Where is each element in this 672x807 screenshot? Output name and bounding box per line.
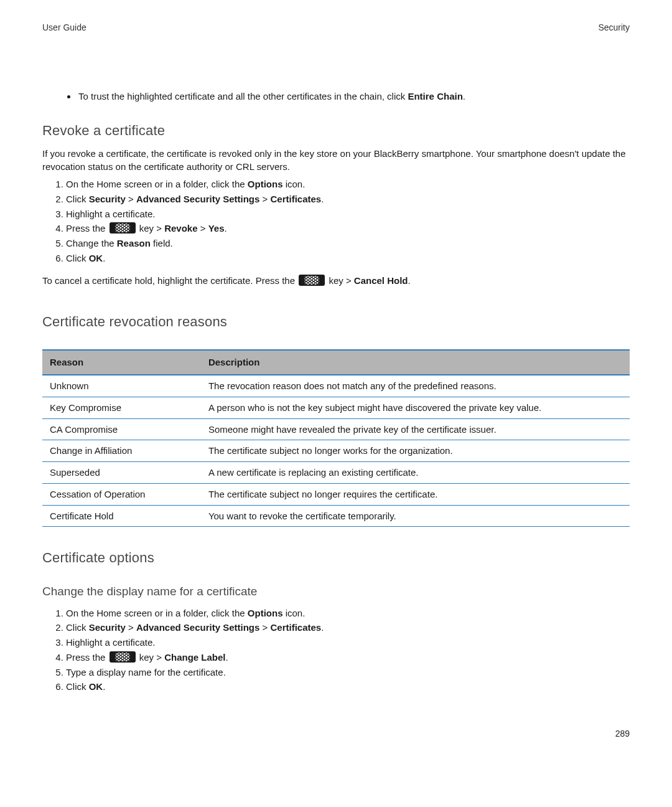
- step: Highlight a certificate.: [66, 636, 630, 649]
- page-header: User Guide Security: [42, 22, 630, 32]
- step: Click Security > Advanced Security Setti…: [66, 192, 630, 206]
- text: .: [408, 275, 411, 286]
- step: Click OK.: [66, 680, 630, 694]
- step: On the Home screen or in a folder, click…: [66, 606, 630, 620]
- header-right: Security: [598, 22, 630, 32]
- header-left: User Guide: [42, 22, 86, 32]
- bold-text: Security: [89, 622, 126, 633]
- table-row: Certificate HoldYou want to revoke the c…: [42, 505, 630, 527]
- text: Click: [66, 681, 89, 692]
- text: Click: [66, 622, 89, 633]
- heading-change-display-name: Change the display name for a certificat…: [42, 583, 630, 600]
- text: Press the: [66, 652, 108, 663]
- cell-desc: A person who is not the key subject migh…: [201, 397, 630, 418]
- bold-text: Options: [248, 179, 283, 189]
- cell-desc: The certificate subject no longer works …: [201, 440, 630, 462]
- bold-text: Advanced Security Settings: [136, 622, 259, 633]
- cell-reason: Certificate Hold: [42, 505, 201, 527]
- col-header-reason: Reason: [42, 350, 201, 375]
- text: Click: [66, 253, 89, 263]
- bold-text: Revoke: [164, 223, 197, 234]
- heading-certificate-options: Certificate options: [42, 548, 630, 568]
- cell-desc: A new certificate is replacing an existi…: [201, 462, 630, 484]
- cell-desc: Someone might have revealed the private …: [201, 418, 630, 440]
- change-name-steps: On the Home screen or in a folder, click…: [42, 606, 630, 694]
- text: .: [463, 91, 465, 101]
- cell-desc: The revocation reason does not match any…: [201, 375, 630, 397]
- bold-text: Entire Chain: [408, 91, 462, 101]
- bold-text: Options: [248, 608, 283, 618]
- blackberry-key-icon: [110, 222, 136, 234]
- bold-text: OK: [89, 681, 103, 692]
- text: icon.: [282, 608, 305, 618]
- text: .: [321, 622, 324, 633]
- cell-reason: Key Compromise: [42, 397, 201, 418]
- step: Press the key > Revoke > Yes.: [66, 222, 630, 235]
- cancel-hold-note: To cancel a certificate hold, highlight …: [42, 274, 630, 288]
- bold-text: Security: [89, 194, 126, 204]
- table-row: Change in AffiliationThe certificate sub…: [42, 440, 630, 462]
- step: Press the key > Change Label.: [66, 651, 630, 664]
- cell-desc: You want to revoke the certificate tempo…: [201, 505, 630, 527]
- blackberry-key-icon: [299, 275, 325, 286]
- text: >: [259, 194, 270, 204]
- bold-text: Change Label: [164, 652, 225, 663]
- table-row: Cessation of OperationThe certificate su…: [42, 483, 630, 505]
- page-content: To trust the highlighted certificate and…: [42, 90, 630, 694]
- table-row: Key CompromiseA person who is not the ke…: [42, 397, 630, 418]
- page-number: 289: [615, 729, 630, 739]
- text: On the Home screen or in a folder, click…: [66, 608, 248, 618]
- heading-revocation-reasons: Certificate revocation reasons: [42, 312, 630, 332]
- intro-bullet: To trust the highlighted certificate and…: [77, 90, 630, 103]
- cell-reason: Change in Affiliation: [42, 440, 201, 462]
- bold-text: Certificates: [271, 622, 322, 633]
- document-page: User Guide Security To trust the highlig…: [0, 0, 672, 807]
- text: >: [259, 622, 270, 633]
- text: >: [198, 223, 208, 234]
- revoke-paragraph: If you revoke a certificate, the certifi…: [42, 147, 630, 174]
- bold-text: OK: [89, 253, 103, 263]
- text: >: [126, 194, 136, 204]
- text: key >: [326, 275, 354, 286]
- table-row: CA CompromiseSomeone might have revealed…: [42, 418, 630, 440]
- text: >: [126, 622, 136, 633]
- table-row: UnknownThe revocation reason does not ma…: [42, 375, 630, 397]
- text: Click: [66, 194, 89, 204]
- heading-revoke-certificate: Revoke a certificate: [42, 121, 630, 141]
- bold-text: Cancel Hold: [354, 275, 408, 286]
- cell-desc: The certificate subject no longer requir…: [201, 483, 630, 505]
- text: Change the: [66, 238, 117, 248]
- cell-reason: CA Compromise: [42, 418, 201, 440]
- text: To cancel a certificate hold, highlight …: [42, 275, 297, 286]
- text: field.: [151, 238, 173, 248]
- revoke-steps: On the Home screen or in a folder, click…: [42, 177, 630, 265]
- text: key >: [137, 652, 165, 663]
- text: Press the: [66, 223, 108, 234]
- bold-text: Advanced Security Settings: [136, 194, 259, 204]
- revocation-reasons-table: Reason Description UnknownThe revocation…: [42, 349, 630, 527]
- text: key >: [137, 223, 165, 234]
- text: .: [103, 681, 105, 692]
- step: Click Security > Advanced Security Setti…: [66, 621, 630, 635]
- text: .: [225, 223, 227, 234]
- cell-reason: Cessation of Operation: [42, 483, 201, 505]
- col-header-description: Description: [201, 350, 630, 375]
- step: On the Home screen or in a folder, click…: [66, 177, 630, 191]
- step: Click OK.: [66, 252, 630, 265]
- text: .: [103, 253, 105, 263]
- bold-text: Reason: [117, 238, 151, 248]
- cell-reason: Unknown: [42, 375, 201, 397]
- step: Change the Reason field.: [66, 237, 630, 250]
- text: On the Home screen or in a folder, click…: [66, 179, 248, 189]
- step: Highlight a certificate.: [66, 207, 630, 221]
- bold-text: Yes: [208, 223, 225, 234]
- table-row: SupersededA new certificate is replacing…: [42, 462, 630, 484]
- table-header-row: Reason Description: [42, 350, 630, 375]
- blackberry-key-icon: [110, 651, 136, 663]
- cell-reason: Superseded: [42, 462, 201, 484]
- intro-bullet-list: To trust the highlighted certificate and…: [42, 90, 630, 103]
- text: icon.: [282, 179, 305, 189]
- text: .: [226, 652, 228, 663]
- step: Type a display name for the certificate.: [66, 666, 630, 679]
- bold-text: Certificates: [271, 194, 322, 204]
